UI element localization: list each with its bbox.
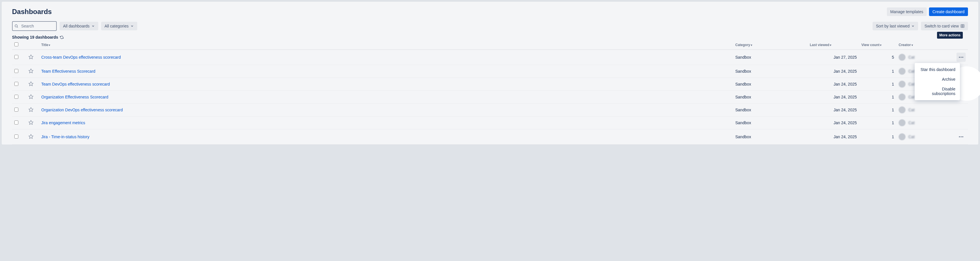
- star-icon[interactable]: [29, 135, 33, 140]
- view-count-cell: 1: [859, 78, 896, 91]
- dashboard-title-link[interactable]: Organization Effectiveness Scorecard: [41, 95, 108, 99]
- manage-templates-button[interactable]: Manage templates: [887, 8, 927, 16]
- avatar: [899, 119, 905, 126]
- star-icon[interactable]: [29, 56, 33, 60]
- dashboard-title-link[interactable]: Team Effectiveness Scorecard: [41, 69, 95, 74]
- svg-point-6: [959, 57, 960, 57]
- svg-point-0: [15, 25, 17, 27]
- avatar: [899, 68, 905, 75]
- dashboard-title-link[interactable]: Team DevOps effectiveness scorecard: [41, 82, 110, 86]
- avatar: [899, 133, 905, 140]
- menu-item-archive[interactable]: Archive: [915, 74, 960, 84]
- svg-marker-11: [29, 95, 33, 98]
- creator-name: Cat: [908, 95, 915, 99]
- creator-name: Cat: [908, 120, 915, 125]
- table-row: Jira - Time-in-status historySandboxJan …: [12, 129, 968, 144]
- table-row: Team DevOps effectiveness scorecardSandb…: [12, 78, 968, 91]
- column-title[interactable]: Title▾: [39, 41, 733, 50]
- svg-point-17: [962, 136, 963, 137]
- create-dashboard-button[interactable]: Create dashboard: [929, 8, 968, 16]
- dashboards-page: Dashboards Manage templates Create dashb…: [2, 2, 978, 144]
- row-select-checkbox[interactable]: [14, 134, 18, 139]
- refresh-icon[interactable]: [60, 35, 64, 39]
- row-select-checkbox[interactable]: [14, 120, 18, 125]
- sort-icon: ▾: [830, 43, 831, 47]
- select-all-checkbox[interactable]: [14, 42, 18, 46]
- svg-marker-5: [29, 55, 33, 59]
- dashboards-table: Title▾ Category▾ Last viewed▾ View count…: [12, 41, 968, 144]
- sort-icon: ▾: [49, 43, 50, 47]
- sort-label: Sort by last viewed: [876, 24, 910, 28]
- creator-name: Cat: [908, 134, 915, 139]
- column-last-viewed[interactable]: Last viewed▾: [808, 41, 859, 50]
- view-count-cell: 1: [859, 65, 896, 78]
- star-icon[interactable]: [29, 121, 33, 126]
- svg-marker-13: [29, 120, 33, 124]
- view-count-cell: 1: [859, 129, 896, 144]
- last-viewed-cell: Jan 24, 2025: [808, 104, 859, 117]
- search-icon: [14, 24, 18, 28]
- star-icon[interactable]: [29, 83, 33, 87]
- star-icon[interactable]: [29, 70, 33, 74]
- star-icon[interactable]: [29, 108, 33, 113]
- row-actions-menu: Star this dashboardArchiveDisable subscr…: [915, 63, 960, 100]
- svg-point-15: [959, 136, 960, 137]
- table-row: Cross-team DevOps effectiveness scorecar…: [12, 50, 968, 65]
- chevron-down-icon: [911, 24, 915, 28]
- row-select-checkbox[interactable]: [14, 108, 18, 112]
- svg-point-16: [961, 136, 961, 137]
- switch-view-label: Switch to card view: [924, 24, 959, 28]
- row-select-checkbox[interactable]: [14, 95, 18, 99]
- toolbar-right: Sort by last viewed Switch to card view: [873, 22, 968, 30]
- column-category[interactable]: Category▾: [733, 41, 808, 50]
- creator-name: Cat: [908, 55, 915, 60]
- toolbar-left: All dashboards All categories: [12, 21, 137, 31]
- dashboard-title-link[interactable]: Jira - Time-in-status history: [41, 134, 89, 139]
- creator-name: Cat: [908, 69, 915, 74]
- more-actions-button[interactable]: [956, 132, 966, 141]
- menu-item-star[interactable]: Star this dashboard: [915, 65, 960, 74]
- avatar: [899, 106, 905, 113]
- more-actions-button[interactable]: [956, 53, 966, 62]
- grid-icon: [961, 24, 964, 28]
- showing-text: Showing 19 dashboards: [12, 35, 58, 40]
- star-icon[interactable]: [29, 96, 33, 100]
- row-select-checkbox[interactable]: [14, 69, 18, 73]
- svg-marker-14: [29, 134, 33, 138]
- dashboard-title-link[interactable]: Organization DevOps effectiveness scorec…: [41, 108, 123, 112]
- column-creator[interactable]: Creator▾: [896, 41, 951, 50]
- page-header: Dashboards Manage templates Create dashb…: [12, 8, 968, 16]
- all-categories-label: All categories: [105, 24, 129, 28]
- showing-summary: Showing 19 dashboards: [12, 35, 968, 40]
- all-dashboards-filter[interactable]: All dashboards: [60, 22, 98, 30]
- header-actions: Manage templates Create dashboard: [887, 8, 968, 16]
- dashboard-title-link[interactable]: Jira engagement metrics: [41, 120, 85, 125]
- row-select-checkbox[interactable]: [14, 55, 18, 59]
- search-input[interactable]: [12, 21, 57, 31]
- avatar: [899, 93, 905, 100]
- category-cell: Sandbox: [733, 91, 808, 104]
- sort-icon: ▾: [751, 43, 752, 47]
- dashboard-title-link[interactable]: Cross-team DevOps effectiveness scorecar…: [41, 55, 121, 60]
- column-view-count[interactable]: View count▾: [859, 41, 896, 50]
- creator-name: Cat: [908, 108, 915, 112]
- all-dashboards-label: All dashboards: [63, 24, 90, 28]
- search-box: [12, 21, 57, 31]
- all-categories-filter[interactable]: All categories: [101, 22, 137, 30]
- svg-line-1: [17, 27, 18, 28]
- page-title: Dashboards: [12, 8, 52, 16]
- chevron-down-icon: [91, 24, 95, 28]
- sort-dropdown[interactable]: Sort by last viewed: [873, 22, 918, 30]
- avatar: [899, 54, 905, 61]
- row-select-checkbox[interactable]: [14, 82, 18, 86]
- view-count-cell: 5: [859, 50, 896, 65]
- last-viewed-cell: Jan 27, 2025: [808, 50, 859, 65]
- sort-icon: ▾: [880, 43, 881, 47]
- svg-marker-9: [29, 69, 33, 73]
- menu-item-disable-subscriptions[interactable]: Disable subscriptions: [915, 84, 960, 98]
- category-cell: Sandbox: [733, 65, 808, 78]
- avatar: [899, 81, 905, 88]
- category-cell: Sandbox: [733, 50, 808, 65]
- svg-point-7: [961, 57, 961, 57]
- switch-view-button[interactable]: Switch to card view: [921, 22, 968, 30]
